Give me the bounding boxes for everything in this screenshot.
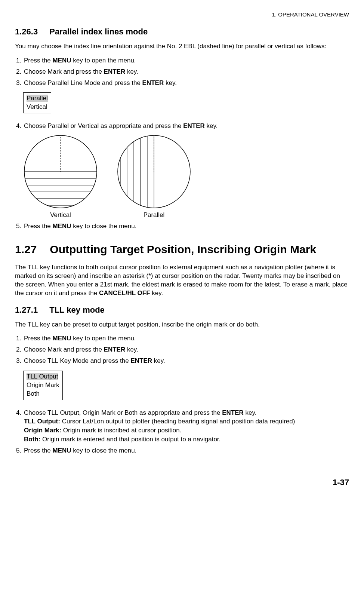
step-1: Press the MENU key to open the menu. — [23, 56, 349, 65]
steps-list-1263c: Press the MENU key to close the menu. — [15, 222, 349, 231]
intro-paragraph-1271: The TLL key can be preset to output targ… — [15, 321, 349, 329]
def-both: Both: Origin mark is entered and that po… — [24, 435, 349, 444]
heading-1-26-3: 1.26.3 Parallel index lines mode — [15, 27, 349, 37]
paragraph-1-27: The TLL key functions to both output cur… — [15, 263, 349, 298]
step-4: Choose TLL Output, Origin Mark or Both a… — [23, 408, 349, 444]
option-box-parallel-vertical: Parallel Vertical — [23, 92, 51, 113]
option-box-tll: TLL Output Origin Mark Both — [23, 371, 63, 400]
step-5: Press the MENU key to close the menu. — [23, 222, 349, 231]
section-number: 1.27 — [15, 242, 47, 257]
intro-paragraph: You may choose the index line orientatio… — [15, 42, 349, 51]
step-2: Choose Mark and press the ENTER key. — [23, 67, 349, 76]
steps-list-1263b: Choose Parallel or Vertical as appropria… — [15, 122, 349, 131]
option-both: Both — [27, 390, 40, 397]
step-1: Press the MENU key to open the menu. — [23, 334, 349, 343]
section-title: TLL key mode — [49, 305, 105, 315]
option-tll-output: TLL Output — [27, 373, 58, 380]
diagram-vertical: Vertical — [23, 134, 98, 219]
parallel-diagram-icon — [117, 134, 191, 209]
step-3: Choose TLL Key Mode and press the ENTER … — [23, 356, 349, 365]
option-parallel: Parallel — [27, 95, 48, 102]
section-title: Parallel index lines mode — [49, 27, 148, 36]
vertical-diagram-icon — [23, 134, 98, 209]
heading-1-27: 1.27 Outputting Target Position, Inscrib… — [15, 242, 349, 257]
chapter-header: 1. OPERATIONAL OVERVIEW — [15, 11, 349, 18]
diagram-row: Vertical Parallel — [23, 134, 349, 219]
step-5: Press the MENU key to close the menu. — [23, 446, 349, 455]
section-title: Outputting Target Position, Inscribing O… — [50, 242, 348, 257]
def-tll-output: TLL Output: Cursor Lat/Lon output to plo… — [24, 417, 349, 426]
page-number: 1-37 — [15, 478, 349, 487]
section-number: 1.27.1 — [15, 305, 38, 315]
steps-list-1263: Press the MENU key to open the menu. Cho… — [15, 56, 349, 87]
option-vertical: Vertical — [27, 103, 47, 110]
def-origin-mark: Origin Mark: Origin mark is inscribed at… — [24, 426, 349, 435]
diagram-parallel-label: Parallel — [117, 211, 191, 219]
steps-list-1271: Press the MENU key to open the menu. Cho… — [15, 334, 349, 365]
step-4: Choose Parallel or Vertical as appropria… — [23, 122, 349, 131]
step-2: Choose Mark and press the ENTER key. — [23, 345, 349, 354]
option-origin-mark: Origin Mark — [27, 381, 59, 389]
section-number: 1.26.3 — [15, 27, 38, 37]
steps-list-1271b: Choose TLL Output, Origin Mark or Both a… — [15, 408, 349, 455]
heading-1-27-1: 1.27.1 TLL key mode — [15, 305, 349, 315]
step-3: Choose Parallel Line Mode and press the … — [23, 79, 349, 88]
diagram-parallel: Parallel — [117, 134, 191, 219]
diagram-vertical-label: Vertical — [23, 211, 98, 219]
